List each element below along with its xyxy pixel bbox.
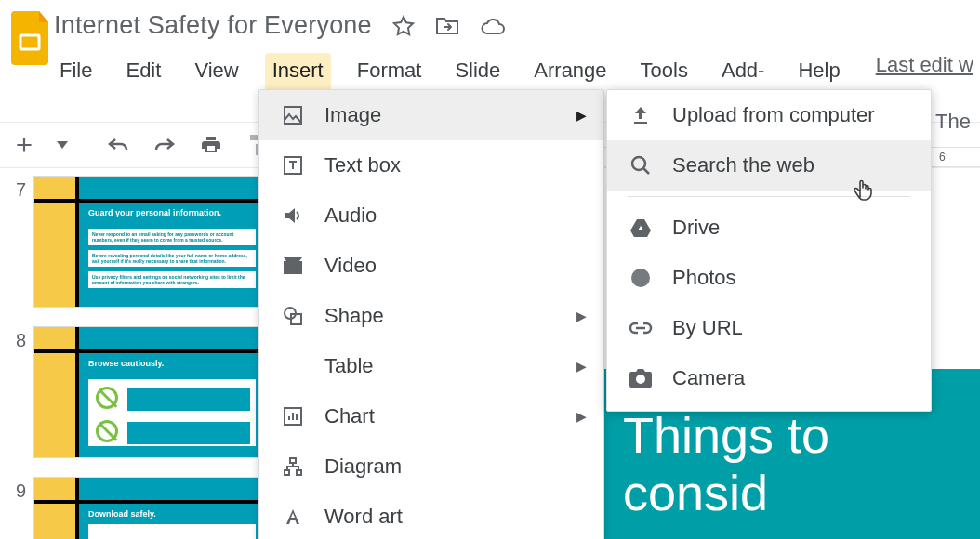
thumb-number: 7	[4, 176, 33, 201]
menu-item-diagram[interactable]: Diagram	[259, 441, 603, 492]
chart-icon	[280, 405, 306, 427]
search-icon	[628, 154, 654, 177]
submenu-arrow-icon: ▶	[576, 108, 587, 123]
textbox-icon	[280, 154, 306, 177]
image-submenu: Upload from computer Search the web Driv…	[606, 89, 932, 412]
thumb-number: 9	[4, 477, 33, 502]
menu-view[interactable]: View	[187, 53, 245, 112]
svg-rect-7	[290, 458, 296, 463]
print-button[interactable]	[196, 130, 226, 160]
menu-file[interactable]: File	[52, 53, 99, 112]
slide-thumbnails: 7 Guard your personal information. Never…	[0, 168, 279, 539]
wordart-icon	[280, 506, 306, 528]
menu-item-label: Upload from computer	[672, 103, 875, 127]
menu-item-label: By URL	[672, 316, 743, 340]
pointer-cursor-icon	[852, 173, 876, 201]
thumb-number: 8	[4, 326, 33, 351]
submenu-item-photos[interactable]: Photos	[607, 253, 931, 303]
slide-thumbnail-7[interactable]: Guard your personal information. Never r…	[33, 176, 268, 308]
link-icon	[628, 322, 654, 335]
thumb-title: Guard your personal information.	[88, 208, 221, 217]
upload-icon	[628, 104, 654, 126]
cloud-status-icon[interactable]	[480, 17, 506, 35]
thumb-text: Before revealing personal details like y…	[88, 250, 256, 267]
submenu-item-byurl[interactable]: By URL	[607, 303, 931, 353]
slides-logo[interactable]	[11, 7, 52, 72]
new-slide-button[interactable]	[9, 130, 39, 160]
redo-button[interactable]	[150, 130, 179, 160]
menu-item-label: Table	[324, 354, 374, 378]
slide-thumbnail-8[interactable]: Browse cautiously.	[33, 326, 268, 458]
menu-item-textbox[interactable]: Text box	[259, 140, 603, 191]
menu-item-label: Image	[324, 103, 381, 127]
svg-point-10	[632, 157, 645, 170]
insert-menu: Image ▶ Text box Audio Video Shape ▶ Tab…	[258, 89, 604, 539]
submenu-arrow-icon: ▶	[576, 309, 587, 323]
submenu-arrow-icon: ▶	[576, 409, 587, 424]
svg-rect-5	[291, 314, 301, 324]
diagram-icon	[280, 455, 306, 478]
menu-item-audio[interactable]: Audio	[259, 191, 603, 241]
menu-item-label: Camera	[672, 366, 745, 390]
shape-icon	[280, 305, 306, 327]
document-title[interactable]: Internet Safety for Everyone	[52, 7, 374, 44]
submenu-item-search-web[interactable]: Search the web	[607, 140, 931, 191]
menu-item-label: Chart	[324, 404, 375, 428]
undo-button[interactable]	[103, 130, 133, 160]
menu-item-label: Diagram	[324, 454, 402, 479]
drive-icon	[628, 217, 654, 238]
menu-item-image[interactable]: Image ▶	[259, 90, 603, 140]
video-icon	[280, 256, 306, 276]
svg-rect-8	[285, 470, 289, 475]
menu-item-video[interactable]: Video	[259, 241, 603, 291]
menu-item-label: Word art	[324, 505, 403, 529]
menu-item-label: Photos	[672, 266, 736, 290]
menu-item-label: Drive	[672, 216, 720, 240]
menu-edit[interactable]: Edit	[118, 53, 168, 112]
submenu-item-drive[interactable]: Drive	[607, 203, 931, 253]
star-icon[interactable]	[392, 15, 415, 37]
camera-icon	[628, 369, 654, 388]
menu-item-label: Search the web	[672, 153, 814, 177]
slide-thumbnail-9[interactable]: Download safely.	[33, 477, 268, 539]
menu-item-label: Video	[324, 254, 377, 278]
svg-rect-9	[297, 470, 301, 475]
new-slide-dropdown[interactable]	[56, 130, 69, 160]
image-icon	[280, 104, 306, 126]
thumb-text: Use privacy filters and settings on soci…	[88, 271, 256, 288]
menu-item-wordart[interactable]: Word art	[259, 492, 603, 539]
submenu-arrow-icon: ▶	[576, 359, 587, 374]
thumb-title: Download safely.	[88, 509, 156, 519]
audio-icon	[280, 204, 306, 227]
svg-rect-3	[284, 261, 302, 274]
thumb-title: Browse cautiously.	[88, 359, 164, 368]
menu-item-label: Audio	[324, 204, 377, 228]
ruler-mark: 6	[939, 151, 946, 164]
thumb-text: Never respond to an email asking for any…	[88, 229, 256, 245]
theme-button[interactable]: The	[935, 110, 971, 134]
menu-item-shape[interactable]: Shape ▶	[259, 291, 603, 341]
submenu-item-upload[interactable]: Upload from computer	[607, 90, 931, 140]
menu-item-table[interactable]: Table ▶	[259, 341, 603, 391]
submenu-item-camera[interactable]: Camera	[607, 353, 931, 403]
menu-item-label: Text box	[324, 153, 401, 177]
menu-item-label: Shape	[324, 304, 384, 328]
photos-icon	[628, 267, 654, 289]
menu-item-chart[interactable]: Chart ▶	[259, 391, 603, 441]
move-folder-icon[interactable]	[435, 16, 459, 36]
